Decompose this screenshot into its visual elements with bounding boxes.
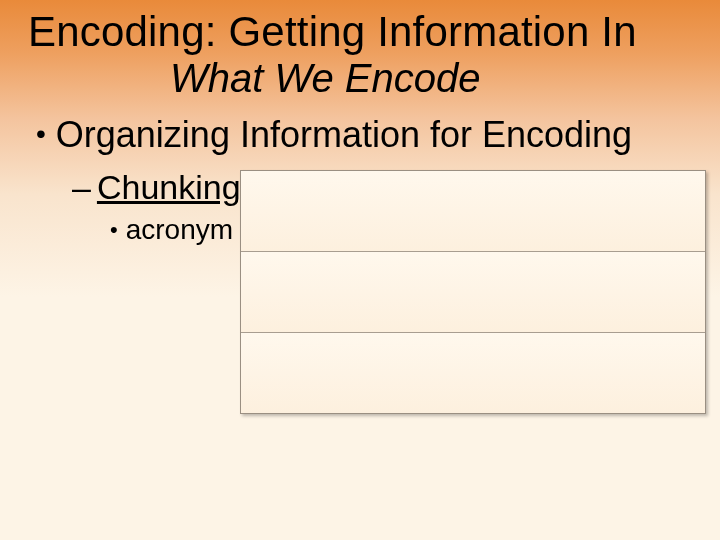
slide-subtitle: What We Encode (170, 56, 481, 101)
slide-title: Encoding: Getting Information In (28, 8, 637, 56)
bullet-level-1-text: Organizing Information for Encoding (56, 114, 632, 155)
panel-row (241, 333, 705, 413)
panel-row (241, 171, 705, 252)
slide: Encoding: Getting Information In What We… (0, 0, 720, 540)
bullet-level-3-text: acronym (126, 214, 233, 245)
panel-row (241, 252, 705, 333)
dash-icon: – (72, 168, 91, 206)
bullet-level-2-text: Chunking (97, 168, 241, 206)
bullet-level-1: •Organizing Information for Encoding (36, 114, 632, 156)
bullet-level-2: –Chunking (72, 168, 241, 207)
content-panel (240, 170, 706, 414)
bullet-level-3: •acronym (110, 214, 233, 246)
bullet-icon: • (110, 217, 118, 243)
